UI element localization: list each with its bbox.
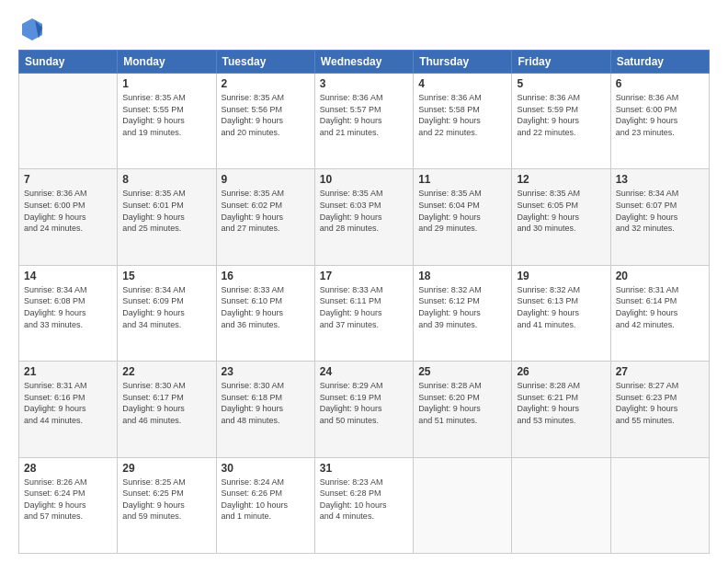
page: SundayMondayTuesdayWednesdayThursdayFrid… [0, 0, 728, 563]
day-info: Sunrise: 8:34 AMSunset: 6:09 PMDaylight:… [122, 284, 210, 330]
day-info: Sunrise: 8:24 AMSunset: 6:26 PMDaylight:… [222, 477, 310, 523]
calendar-cell: 11Sunrise: 8:35 AMSunset: 6:04 PMDayligh… [414, 169, 512, 265]
day-number: 16 [222, 270, 310, 282]
calendar-cell: 23Sunrise: 8:30 AMSunset: 6:18 PMDayligh… [216, 362, 314, 457]
calendar-cell: 18Sunrise: 8:32 AMSunset: 6:12 PMDayligh… [414, 265, 512, 361]
day-info: Sunrise: 8:30 AMSunset: 6:17 PMDaylight:… [122, 380, 210, 426]
calendar-cell: 13Sunrise: 8:34 AMSunset: 6:07 PMDayligh… [610, 169, 709, 265]
weekday-header-friday: Friday [512, 51, 610, 74]
weekday-header-wednesday: Wednesday [314, 51, 413, 74]
weekday-header-monday: Monday [118, 51, 216, 74]
day-number: 1 [122, 77, 210, 90]
calendar-cell: 28Sunrise: 8:26 AMSunset: 6:24 PMDayligh… [19, 457, 118, 553]
calendar-cell: 10Sunrise: 8:35 AMSunset: 6:03 PMDayligh… [314, 169, 413, 265]
calendar-cell: 29Sunrise: 8:25 AMSunset: 6:25 PMDayligh… [118, 457, 216, 553]
weekday-header-sunday: Sunday [19, 51, 118, 74]
calendar-cell: 1Sunrise: 8:35 AMSunset: 5:55 PMDaylight… [118, 74, 216, 169]
day-number: 25 [418, 365, 506, 378]
calendar-cell: 8Sunrise: 8:35 AMSunset: 6:01 PMDaylight… [118, 169, 216, 265]
day-info: Sunrise: 8:31 AMSunset: 6:14 PMDaylight:… [616, 284, 704, 330]
calendar-cell: 9Sunrise: 8:35 AMSunset: 6:02 PMDaylight… [216, 169, 314, 265]
day-info: Sunrise: 8:30 AMSunset: 6:18 PMDaylight:… [222, 380, 310, 426]
week-row-5: 28Sunrise: 8:26 AMSunset: 6:24 PMDayligh… [19, 457, 710, 553]
day-info: Sunrise: 8:35 AMSunset: 6:04 PMDaylight:… [418, 188, 506, 234]
calendar-cell: 2Sunrise: 8:35 AMSunset: 5:56 PMDaylight… [216, 74, 314, 169]
calendar-cell: 31Sunrise: 8:23 AMSunset: 6:28 PMDayligh… [314, 457, 413, 553]
day-info: Sunrise: 8:29 AMSunset: 6:19 PMDaylight:… [320, 380, 408, 426]
calendar-cell: 4Sunrise: 8:36 AMSunset: 5:58 PMDaylight… [414, 74, 512, 169]
day-number: 26 [517, 365, 605, 378]
calendar-cell: 22Sunrise: 8:30 AMSunset: 6:17 PMDayligh… [118, 362, 216, 457]
day-number: 30 [222, 462, 310, 475]
calendar-cell: 15Sunrise: 8:34 AMSunset: 6:09 PMDayligh… [118, 265, 216, 361]
calendar-cell: 26Sunrise: 8:28 AMSunset: 6:21 PMDayligh… [512, 362, 610, 457]
day-number: 20 [616, 270, 704, 282]
day-info: Sunrise: 8:32 AMSunset: 6:12 PMDaylight:… [418, 284, 506, 330]
calendar-cell: 3Sunrise: 8:36 AMSunset: 5:57 PMDaylight… [314, 74, 413, 169]
day-info: Sunrise: 8:35 AMSunset: 5:56 PMDaylight:… [222, 92, 310, 138]
header [18, 15, 710, 42]
day-info: Sunrise: 8:35 AMSunset: 6:01 PMDaylight:… [122, 188, 210, 234]
day-number: 11 [418, 173, 506, 186]
calendar-cell: 24Sunrise: 8:29 AMSunset: 6:19 PMDayligh… [314, 362, 413, 457]
day-number: 9 [222, 173, 310, 186]
day-info: Sunrise: 8:35 AMSunset: 6:03 PMDaylight:… [320, 188, 408, 234]
week-row-3: 14Sunrise: 8:34 AMSunset: 6:08 PMDayligh… [19, 265, 710, 361]
calendar-cell [414, 457, 512, 553]
day-info: Sunrise: 8:28 AMSunset: 6:20 PMDaylight:… [418, 380, 506, 426]
weekday-header-thursday: Thursday [414, 51, 512, 74]
day-number: 5 [517, 77, 605, 90]
calendar-cell: 5Sunrise: 8:36 AMSunset: 5:59 PMDaylight… [512, 74, 610, 169]
day-info: Sunrise: 8:36 AMSunset: 6:00 PMDaylight:… [616, 92, 704, 138]
day-number: 17 [320, 270, 408, 282]
day-info: Sunrise: 8:27 AMSunset: 6:23 PMDaylight:… [616, 380, 704, 426]
calendar-cell [19, 74, 118, 169]
logo-icon [18, 15, 46, 42]
weekday-header-saturday: Saturday [610, 51, 709, 74]
day-info: Sunrise: 8:23 AMSunset: 6:28 PMDaylight:… [320, 477, 408, 523]
day-number: 29 [122, 462, 210, 475]
day-info: Sunrise: 8:36 AMSunset: 5:58 PMDaylight:… [418, 92, 506, 138]
calendar: SundayMondayTuesdayWednesdayThursdayFrid… [18, 50, 710, 554]
day-info: Sunrise: 8:35 AMSunset: 5:55 PMDaylight:… [122, 92, 210, 138]
day-info: Sunrise: 8:26 AMSunset: 6:24 PMDaylight:… [24, 477, 112, 523]
weekday-header-row: SundayMondayTuesdayWednesdayThursdayFrid… [19, 51, 710, 74]
day-info: Sunrise: 8:32 AMSunset: 6:13 PMDaylight:… [517, 284, 605, 330]
calendar-cell: 16Sunrise: 8:33 AMSunset: 6:10 PMDayligh… [216, 265, 314, 361]
calendar-cell: 27Sunrise: 8:27 AMSunset: 6:23 PMDayligh… [610, 362, 709, 457]
day-number: 23 [222, 365, 310, 378]
calendar-cell: 7Sunrise: 8:36 AMSunset: 6:00 PMDaylight… [19, 169, 118, 265]
day-info: Sunrise: 8:34 AMSunset: 6:07 PMDaylight:… [616, 188, 704, 234]
calendar-cell: 19Sunrise: 8:32 AMSunset: 6:13 PMDayligh… [512, 265, 610, 361]
day-number: 4 [418, 77, 506, 90]
calendar-table: SundayMondayTuesdayWednesdayThursdayFrid… [18, 50, 710, 554]
day-number: 27 [616, 365, 704, 378]
day-number: 19 [517, 270, 605, 282]
calendar-cell: 20Sunrise: 8:31 AMSunset: 6:14 PMDayligh… [610, 265, 709, 361]
day-number: 22 [122, 365, 210, 378]
day-info: Sunrise: 8:31 AMSunset: 6:16 PMDaylight:… [24, 380, 112, 426]
day-number: 14 [24, 270, 112, 282]
week-row-1: 1Sunrise: 8:35 AMSunset: 5:55 PMDaylight… [19, 74, 710, 169]
weekday-header-tuesday: Tuesday [216, 51, 314, 74]
day-number: 21 [24, 365, 112, 378]
day-number: 15 [122, 270, 210, 282]
day-number: 13 [616, 173, 704, 186]
day-number: 7 [24, 173, 112, 186]
day-info: Sunrise: 8:36 AMSunset: 6:00 PMDaylight:… [24, 188, 112, 234]
day-number: 6 [616, 77, 704, 90]
day-info: Sunrise: 8:34 AMSunset: 6:08 PMDaylight:… [24, 284, 112, 330]
calendar-cell: 12Sunrise: 8:35 AMSunset: 6:05 PMDayligh… [512, 169, 610, 265]
day-number: 8 [122, 173, 210, 186]
day-info: Sunrise: 8:33 AMSunset: 6:10 PMDaylight:… [222, 284, 310, 330]
day-info: Sunrise: 8:35 AMSunset: 6:05 PMDaylight:… [517, 188, 605, 234]
calendar-cell: 25Sunrise: 8:28 AMSunset: 6:20 PMDayligh… [414, 362, 512, 457]
day-info: Sunrise: 8:36 AMSunset: 5:57 PMDaylight:… [320, 92, 408, 138]
day-info: Sunrise: 8:25 AMSunset: 6:25 PMDaylight:… [122, 477, 210, 523]
calendar-cell: 14Sunrise: 8:34 AMSunset: 6:08 PMDayligh… [19, 265, 118, 361]
day-number: 24 [320, 365, 408, 378]
day-number: 28 [24, 462, 112, 475]
day-info: Sunrise: 8:33 AMSunset: 6:11 PMDaylight:… [320, 284, 408, 330]
day-info: Sunrise: 8:28 AMSunset: 6:21 PMDaylight:… [517, 380, 605, 426]
day-number: 10 [320, 173, 408, 186]
